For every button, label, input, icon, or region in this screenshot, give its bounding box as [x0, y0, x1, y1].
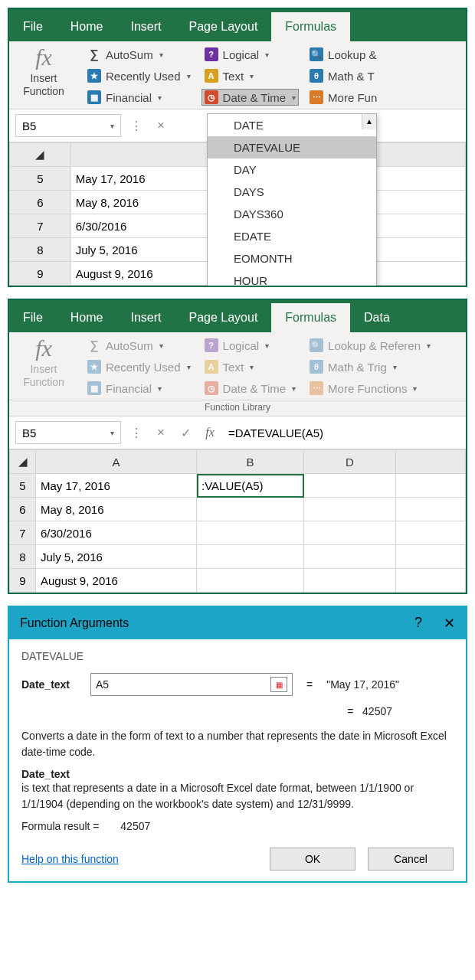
fx-icon[interactable]: fx: [201, 426, 219, 439]
cell[interactable]: 6/30/2016: [36, 521, 197, 545]
math-button[interactable]: θMath & Trig▾: [306, 358, 434, 375]
text-button[interactable]: AText▾: [201, 358, 300, 375]
autosum-button[interactable]: ∑AutoSum▾: [84, 46, 194, 63]
cell[interactable]: [396, 498, 466, 521]
cell[interactable]: May 17, 2016: [36, 474, 197, 498]
close-icon[interactable]: ✕: [444, 615, 455, 632]
tab-pagelayout[interactable]: Page Layout: [175, 303, 271, 332]
cell[interactable]: [197, 521, 304, 545]
more-functions-button[interactable]: ⋯More Functions▾: [306, 380, 434, 397]
row-header[interactable]: 9: [10, 262, 71, 286]
cell[interactable]: [396, 545, 466, 569]
row-header[interactable]: 8: [10, 238, 71, 262]
tab-insert[interactable]: Insert: [116, 303, 175, 332]
row-header[interactable]: 6: [10, 498, 36, 521]
cell-selected[interactable]: :VALUE(A5): [197, 474, 304, 498]
cell[interactable]: [304, 498, 396, 521]
lookup-icon: 🔍: [310, 47, 323, 61]
chevron-down-icon: ▾: [158, 384, 162, 393]
datetime-button[interactable]: ◷Date & Time▾: [201, 380, 300, 397]
dd-days360[interactable]: DAYS360: [208, 203, 376, 225]
cell[interactable]: [197, 498, 304, 521]
tab-home[interactable]: Home: [57, 303, 117, 332]
chevron-down-icon: ▾: [187, 363, 191, 371]
tab-formulas[interactable]: Formulas: [271, 12, 350, 41]
chevron-down-icon: ▾: [250, 72, 254, 80]
cell[interactable]: May 8, 2016: [36, 498, 197, 521]
row-header[interactable]: 5: [10, 474, 36, 498]
help-link[interactable]: Help on this function: [21, 853, 119, 865]
accept-edit-button[interactable]: ✓: [176, 426, 195, 440]
cell[interactable]: [304, 569, 396, 593]
financial-button[interactable]: ▦Financial▾: [84, 380, 194, 397]
autosum-button[interactable]: ∑AutoSum▾: [84, 337, 194, 354]
dd-date[interactable]: DATE: [208, 114, 376, 136]
cancel-button[interactable]: Cancel: [368, 848, 454, 871]
cancel-edit-button[interactable]: ×: [152, 426, 170, 439]
scroll-up-button[interactable]: ▲: [362, 114, 376, 129]
cell-grid-2[interactable]: ◢ A B D 5May 17, 2016:VALUE(A5) 6May 8, …: [9, 449, 466, 593]
more-icon: ⋯: [310, 90, 323, 104]
lookup-button[interactable]: 🔍Lookup & Referen▾: [306, 337, 434, 354]
insert-function-button[interactable]: fx InsertFunction: [15, 46, 72, 98]
financial-button[interactable]: ▦Financial▾: [84, 89, 194, 106]
col-header-a[interactable]: A: [36, 450, 197, 474]
cell[interactable]: [396, 474, 466, 498]
cell[interactable]: [304, 545, 396, 569]
chevron-down-icon: ▾: [265, 341, 269, 350]
tab-formulas[interactable]: Formulas: [271, 303, 350, 332]
row-header[interactable]: 8: [10, 545, 36, 569]
cell[interactable]: [396, 521, 466, 545]
dd-day[interactable]: DAY: [208, 158, 376, 181]
tab-file[interactable]: File: [9, 12, 57, 41]
tab-pagelayout[interactable]: Page Layout: [175, 12, 271, 41]
col-header[interactable]: [396, 450, 466, 474]
dialog-title-bar[interactable]: Function Arguments ? ✕: [9, 607, 466, 639]
row-header[interactable]: 6: [10, 191, 71, 214]
more-functions-button[interactable]: ⋯More Fun: [306, 89, 380, 106]
tab-home[interactable]: Home: [57, 12, 117, 41]
cell[interactable]: [304, 521, 396, 545]
row-header[interactable]: 7: [10, 214, 71, 238]
dd-edate[interactable]: EDATE: [208, 225, 376, 247]
formula-result-label: Formula result =: [21, 820, 100, 832]
logical-button[interactable]: ?Logical▾: [201, 337, 300, 354]
range-picker-icon[interactable]: ▦: [270, 677, 287, 692]
tab-insert[interactable]: Insert: [116, 12, 175, 41]
logical-icon: ?: [205, 338, 218, 352]
formula-input[interactable]: [225, 423, 460, 443]
row-header[interactable]: 7: [10, 521, 36, 545]
help-icon[interactable]: ?: [414, 615, 422, 632]
datetime-button[interactable]: ◷Date & Time▾: [201, 89, 300, 106]
recent-button[interactable]: ★Recently Used▾: [84, 358, 194, 375]
lookup-button[interactable]: 🔍Lookup &: [306, 46, 380, 63]
cell[interactable]: [396, 569, 466, 593]
cell[interactable]: [197, 569, 304, 593]
tab-data[interactable]: Data: [350, 303, 404, 332]
insert-function-button[interactable]: fx InsertFunction: [15, 337, 72, 389]
tab-file[interactable]: File: [9, 303, 57, 332]
dd-datevalue[interactable]: DATEVALUE: [208, 136, 376, 158]
math-button[interactable]: θMath & T: [306, 67, 380, 84]
name-box[interactable]: B5 ▾: [15, 114, 121, 137]
col-header-d[interactable]: D: [304, 450, 396, 474]
cell[interactable]: August 9, 2016: [36, 569, 197, 593]
logical-button[interactable]: ?Logical▾: [201, 46, 300, 63]
name-box[interactable]: B5 ▾: [15, 421, 121, 444]
row-header[interactable]: 9: [10, 569, 36, 593]
recent-button[interactable]: ★Recently Used▾: [84, 67, 194, 84]
select-all-corner[interactable]: ◢: [10, 450, 36, 474]
arg-input[interactable]: A5 ▦: [90, 673, 293, 696]
cell[interactable]: [304, 474, 396, 498]
dd-days[interactable]: DAYS: [208, 181, 376, 203]
cancel-edit-button[interactable]: ×: [152, 119, 170, 132]
dd-eomonth[interactable]: EOMONTH: [208, 247, 376, 270]
dd-hour[interactable]: HOUR: [208, 270, 376, 287]
select-all-corner[interactable]: ◢: [10, 143, 71, 167]
cell[interactable]: [197, 545, 304, 569]
cell[interactable]: July 5, 2016: [36, 545, 197, 569]
col-header-b[interactable]: B: [197, 450, 304, 474]
row-header[interactable]: 5: [10, 167, 71, 191]
text-button[interactable]: AText▾: [201, 67, 300, 84]
ok-button[interactable]: OK: [270, 848, 355, 871]
